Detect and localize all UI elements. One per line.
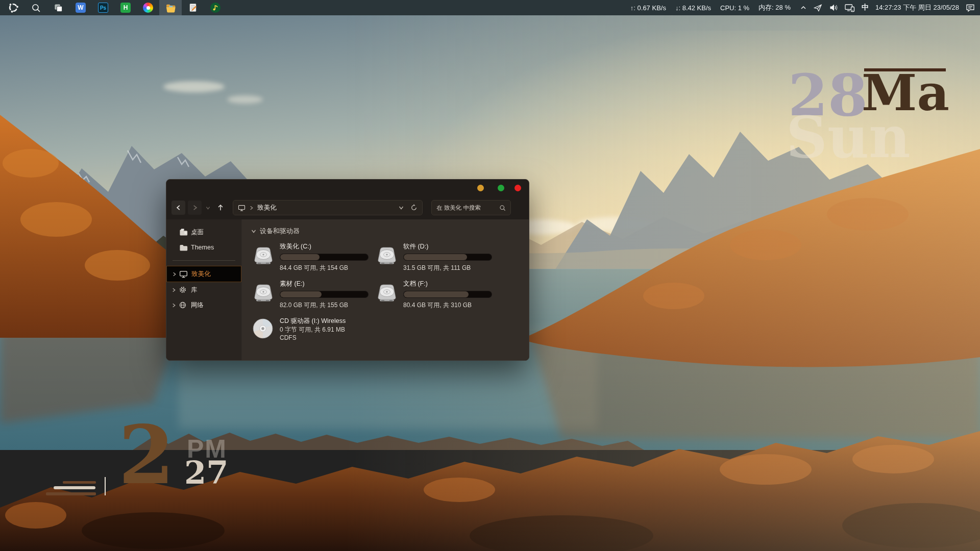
taskbar-search-button[interactable] <box>24 0 47 15</box>
photoshop-icon: Ps <box>98 3 108 13</box>
gear-icon <box>179 286 191 294</box>
clock-widget-line <box>54 486 95 489</box>
clock-widget: 2 PM 27 <box>41 426 255 508</box>
breadcrumb-chevron-icon <box>249 206 254 210</box>
close-button[interactable] <box>514 185 521 191</box>
drive-c-item[interactable]: 致美化 (C:) 84.4 GB 可用, 共 154 GB <box>251 242 375 272</box>
titlebar[interactable] <box>166 180 529 196</box>
monitor-icon <box>179 270 191 279</box>
search-icon <box>499 205 506 211</box>
taskbar-apps: W Ps H <box>0 0 227 15</box>
sidebar-item-desktop[interactable]: 桌面 <box>166 224 241 240</box>
expand-chevron-icon[interactable] <box>166 303 179 308</box>
address-dropdown-icon[interactable] <box>399 205 404 210</box>
sidebar-divider <box>173 260 235 261</box>
hbuilder-icon: H <box>120 3 131 13</box>
tray-clock[interactable]: 14:27:23 下午 周日 23/05/28 <box>875 3 959 12</box>
notepad-icon <box>188 3 198 13</box>
clock-widget-line <box>46 492 96 495</box>
clock-widget-minute: 27 <box>184 453 228 494</box>
file-explorer-window: 致美化 在 致美化 中搜索 桌面 <box>166 179 529 361</box>
file-explorer-icon <box>165 3 176 13</box>
back-button[interactable] <box>172 201 185 215</box>
folder-icon <box>179 243 191 252</box>
taskbar-app-file-explorer[interactable] <box>159 0 182 15</box>
taskbar-app-color-wheel[interactable] <box>137 0 159 15</box>
address-breadcrumb[interactable]: 致美化 <box>257 204 277 212</box>
recent-locations-button[interactable] <box>204 206 211 210</box>
taskbar-app-wps[interactable]: W <box>69 0 92 15</box>
devices-and-drives-header[interactable]: 设备和驱动器 <box>251 227 529 236</box>
hdd-icon <box>251 281 276 303</box>
capacity-bar <box>403 254 492 261</box>
sidebar-item-this-pc[interactable]: 致美化 <box>166 266 241 282</box>
capacity-bar <box>280 254 369 261</box>
taskbar-app-photoshop[interactable]: Ps <box>92 0 114 15</box>
cd-drive-item[interactable]: CD 驱动器 (I:) Wireless 0 字节 可用, 共 6.91 MB … <box>251 317 529 342</box>
clock-widget-divider <box>105 477 106 495</box>
search-box[interactable]: 在 致美化 中搜索 <box>431 200 511 215</box>
network-devices-icon[interactable] <box>845 3 855 12</box>
sidebar-item-network[interactable]: 网络 <box>166 297 241 313</box>
date-widget: 28 Sun Ma <box>786 51 970 173</box>
maximize-button[interactable] <box>498 185 504 191</box>
address-bar[interactable]: 致美化 <box>233 200 423 215</box>
hdd-icon <box>375 281 399 303</box>
hdd-icon <box>375 243 399 266</box>
expand-chevron-icon[interactable] <box>167 272 179 277</box>
net-upload-stat: ↑: 0.67 KB/s <box>630 4 666 12</box>
system-tray: ↑: 0.67 KB/s ↓: 8.42 KB/s CPU: 1 % 内存: 2… <box>630 0 975 15</box>
sidebar-item-libraries[interactable]: 库 <box>166 282 241 297</box>
net-download-stat: ↓: 8.42 KB/s <box>675 4 711 12</box>
capacity-bar <box>403 291 492 298</box>
cpu-stat: CPU: 1 % <box>720 4 749 12</box>
search-icon <box>31 3 41 13</box>
taskbar-app-hbuilder[interactable]: H <box>114 0 137 15</box>
search-placeholder: 在 致美化 中搜索 <box>436 204 499 212</box>
action-center-icon[interactable] <box>966 3 975 12</box>
start-icon <box>8 3 18 13</box>
capacity-bar <box>280 291 369 298</box>
color-wheel-icon <box>143 3 153 13</box>
task-view-icon <box>54 3 63 13</box>
music-icon <box>210 3 220 13</box>
sidebar-item-themes[interactable]: Themes <box>166 240 241 255</box>
globe-icon <box>179 301 191 309</box>
expand-chevron-icon[interactable] <box>166 288 179 292</box>
volume-icon[interactable] <box>829 3 838 12</box>
paper-plane-icon[interactable] <box>814 4 822 12</box>
collapse-chevron-icon <box>251 229 256 234</box>
drive-grid: 致美化 (C:) 84.4 GB 可用, 共 154 GB 软件 (D:) 31… <box>251 242 529 310</box>
clock-widget-hour: 2 <box>118 403 175 507</box>
drive-d-item[interactable]: 软件 (D:) 31.5 GB 可用, 共 111 GB <box>375 242 498 272</box>
memory-stat: 内存: 28 % <box>758 3 791 12</box>
cd-icon <box>251 317 275 340</box>
minimize-button[interactable] <box>477 185 484 191</box>
forward-button[interactable] <box>188 201 202 215</box>
clock-widget-line <box>63 481 96 484</box>
task-view-button[interactable] <box>47 0 69 15</box>
up-button[interactable] <box>214 204 227 212</box>
taskbar-app-music[interactable] <box>204 0 227 15</box>
start-button[interactable] <box>2 0 24 15</box>
drive-e-item[interactable]: 素材 (E:) 82.0 GB 可用, 共 155 GB <box>251 280 375 310</box>
navigation-bar: 致美化 在 致美化 中搜索 <box>166 196 529 219</box>
refresh-icon[interactable] <box>410 204 418 211</box>
tray-expand-button[interactable] <box>800 4 807 11</box>
hdd-icon <box>251 243 276 266</box>
ime-indicator[interactable]: 中 <box>862 3 869 12</box>
taskbar: W Ps H <box>0 0 980 15</box>
date-widget-month: Ma <box>862 60 949 125</box>
wps-icon: W <box>76 3 86 13</box>
content-area: 设备和驱动器 致美化 (C:) 84.4 GB 可用, 共 154 GB <box>242 219 529 361</box>
drive-f-item[interactable]: 文档 (F:) 80.4 GB 可用, 共 310 GB <box>375 280 498 310</box>
desktop-folder-icon <box>179 228 191 237</box>
sidebar: 桌面 Themes 致美化 <box>166 219 242 361</box>
this-pc-icon <box>238 204 246 212</box>
taskbar-app-notepad[interactable] <box>182 0 204 15</box>
desktop: W Ps H <box>0 0 980 551</box>
